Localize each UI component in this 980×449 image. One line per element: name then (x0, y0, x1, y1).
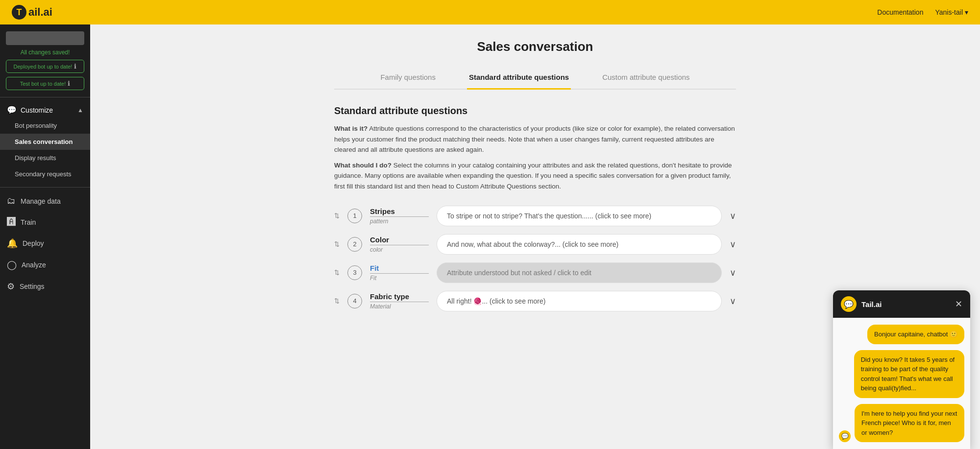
chat-message-1: Bonjour capitaine, chatbot 🙂 (839, 325, 964, 344)
attr-num-1: 1 (347, 209, 362, 223)
sidebar-item-display-results[interactable]: Display results (0, 150, 90, 166)
attr-question-2[interactable]: And now, what about the colorway?... (cl… (437, 234, 722, 255)
sidebar-item-secondary-requests[interactable]: Secondary requests (0, 166, 90, 182)
chat-avatar: 💬 (841, 296, 857, 312)
chat-icon: 💬 (7, 105, 17, 115)
saved-status: All changes saved! (21, 49, 70, 56)
sidebar-item-deploy[interactable]: 🔔 Deploy (0, 233, 90, 254)
attr-info-3: Fit Fit (370, 264, 429, 282)
attr-num-3: 3 (347, 265, 362, 280)
info-icon-2: ℹ (68, 80, 70, 87)
chevron-down-icon-1[interactable]: ∨ (730, 211, 736, 221)
deployed-btn-label: Deployed bot up to date! (14, 64, 73, 70)
what-should-i-do-desc: What should I do? Select the columns in … (334, 160, 736, 192)
what-should-i-do-label: What should I do? (334, 162, 392, 169)
test-bot-button[interactable]: Test bot up to date! ℹ (6, 77, 84, 90)
attr-name-1: Stripes (370, 207, 429, 217)
what-should-i-do-text: Select the columns in your catalog conta… (334, 162, 732, 190)
attr-info-2: Color color (370, 236, 429, 253)
chat-bubble-3: I'm here to help you find your next Fren… (855, 404, 964, 443)
sidebar-item-settings[interactable]: ⚙ Settings (0, 276, 90, 297)
chevron-down-icon-2[interactable]: ∨ (730, 239, 736, 250)
what-is-it-text: Attribute questions correspond to the ch… (334, 125, 735, 153)
sidebar-item-sales-conversation[interactable]: Sales conversation (0, 134, 90, 150)
deploy-icon: 🔔 (7, 238, 18, 249)
chat-header: 💬 Tail.ai ✕ (833, 290, 970, 318)
attr-sub-2: color (370, 246, 429, 253)
sidebar-item-bot-personality[interactable]: Bot personality (0, 118, 90, 134)
chat-message-3: 💬 I'm here to help you find your next Fr… (839, 404, 964, 443)
sidebar-item-analyze[interactable]: ◯ Analyze (0, 254, 90, 276)
attr-num-2: 2 (347, 237, 362, 252)
chevron-down-icon-4[interactable]: ∨ (730, 296, 736, 307)
chat-close-button[interactable]: ✕ (955, 299, 962, 309)
analyze-icon: ◯ (7, 260, 17, 270)
sidebar-item-manage-data[interactable]: 🗂 Manage data (0, 190, 90, 212)
chat-title: Tail.ai (861, 300, 882, 308)
drag-handle-3[interactable]: ⇅ (334, 269, 340, 276)
attr-question-3[interactable]: Attribute understood but not asked / cli… (437, 262, 722, 283)
train-icon: 🅰 (7, 217, 16, 227)
page-title: Sales conversation (334, 39, 736, 54)
chat-header-left: 💬 Tail.ai (841, 296, 882, 312)
train-label: Train (21, 218, 36, 226)
logo: T ail.ai (12, 5, 52, 20)
customize-label: Customize (21, 106, 53, 114)
top-nav-right: Documentation Yanis-tail ▾ (877, 8, 968, 16)
top-nav: T ail.ai Documentation Yanis-tail ▾ (0, 0, 980, 24)
search-input[interactable] (6, 31, 84, 45)
attr-sub-3: Fit (370, 275, 429, 282)
chevron-down-icon: ▾ (965, 8, 968, 16)
logo-text: ail.ai (28, 6, 52, 19)
deploy-label: Deploy (23, 239, 44, 247)
info-icon: ℹ (74, 63, 76, 70)
what-is-it-label: What is it? (334, 125, 368, 132)
table-row: ⇅ 4 Fabric type Material All right! 🧶...… (334, 291, 736, 311)
attr-info-1: Stripes pattern (370, 207, 429, 225)
attribute-list: ⇅ 1 Stripes pattern To stripe or not to … (334, 206, 736, 311)
username: Yanis-tail (935, 8, 963, 16)
attr-name-3[interactable]: Fit (370, 264, 429, 274)
sidebar-item-train[interactable]: 🅰 Train (0, 212, 90, 233)
table-row: ⇅ 3 Fit Fit Attribute understood but not… (334, 262, 736, 283)
tab-custom-attribute-questions[interactable]: Custom attribute questions (600, 68, 691, 90)
deployed-bot-button[interactable]: Deployed bot up to date! ℹ (6, 60, 84, 73)
chat-mini-avatar: 💬 (839, 430, 851, 442)
settings-icon: ⚙ (7, 281, 15, 292)
drag-handle-4[interactable]: ⇅ (334, 297, 340, 305)
attr-num-4: 4 (347, 294, 362, 308)
attr-question-4[interactable]: All right! 🧶... (click to see more) (437, 291, 722, 311)
manage-data-icon: 🗂 (7, 196, 16, 206)
customize-label-wrapper: 💬 Customize (7, 105, 53, 115)
chat-message-2: Did you know? It takes 5 years of traini… (839, 350, 964, 398)
attr-question-1[interactable]: To stripe or not to stripe? That's the q… (437, 206, 722, 226)
analyze-label: Analyze (22, 261, 46, 269)
table-row: ⇅ 1 Stripes pattern To stripe or not to … (334, 206, 736, 226)
drag-handle-1[interactable]: ⇅ (334, 212, 340, 219)
page-wrapper: Sales conversation Family questions Stan… (315, 24, 756, 341)
what-is-it-desc: What is it? Attribute questions correspo… (334, 123, 736, 155)
attr-name-2: Color (370, 236, 429, 245)
tabs: Family questions Standard attribute ques… (334, 68, 736, 90)
settings-label: Settings (20, 283, 45, 290)
chat-bubble-2: Did you know? It takes 5 years of traini… (854, 350, 964, 398)
table-row: ⇅ 2 Color color And now, what about the … (334, 234, 736, 255)
chevron-up-icon: ▲ (77, 107, 83, 114)
attr-info-4: Fabric type Material (370, 292, 429, 310)
user-menu[interactable]: Yanis-tail ▾ (935, 8, 968, 16)
tab-family-questions[interactable]: Family questions (378, 68, 438, 90)
chat-messages: Bonjour capitaine, chatbot 🙂 Did you kno… (833, 318, 970, 449)
customize-sub-items: Bot personality Sales conversation Displ… (0, 118, 90, 184)
logo-icon: T (12, 5, 26, 20)
sidebar: All changes saved! Deployed bot up to da… (0, 24, 90, 449)
attr-name-4: Fabric type (370, 292, 429, 302)
chevron-down-icon-3[interactable]: ∨ (730, 267, 736, 278)
sidebar-top: All changes saved! Deployed bot up to da… (0, 24, 90, 94)
customize-section-header[interactable]: 💬 Customize ▲ (0, 100, 90, 118)
documentation-link[interactable]: Documentation (877, 8, 923, 16)
tab-standard-attribute-questions[interactable]: Standard attribute questions (467, 68, 571, 90)
chat-bubble-1: Bonjour capitaine, chatbot 🙂 (867, 325, 964, 344)
drag-handle-2[interactable]: ⇅ (334, 240, 340, 248)
test-btn-label: Test bot up to date! (20, 81, 66, 87)
manage-data-label: Manage data (21, 197, 61, 205)
